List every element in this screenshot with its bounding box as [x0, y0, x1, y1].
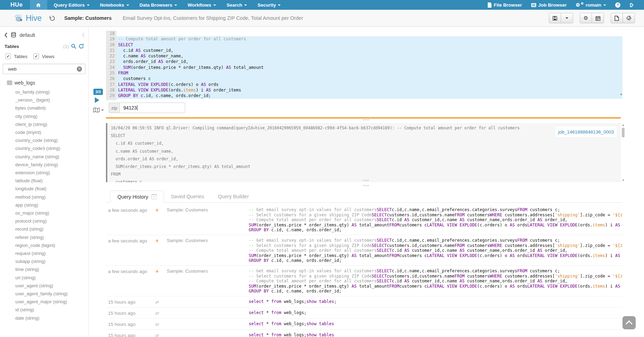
- menu-security[interactable]: Security: [252, 0, 286, 10]
- resize-grip[interactable]: [363, 180, 369, 181]
- schedule-button[interactable]: [592, 13, 604, 23]
- code-segment: total_amount: [357, 284, 389, 289]
- hive-brand[interactable]: Hive: [14, 14, 42, 23]
- column-item[interactable]: extension (string): [0, 169, 88, 177]
- log-scrollbar[interactable]: ▲ ▼: [621, 123, 625, 182]
- history-row[interactable]: 15 hours ago⇄select * from web_logs;show…: [106, 296, 622, 307]
- hue-logo[interactable]: HUe: [10, 1, 23, 8]
- tags-button[interactable]: [623, 13, 635, 23]
- column-item[interactable]: client_ip (string): [0, 120, 88, 128]
- history-row[interactable]: 15 hours ago⇄select * from web_logs;show…: [106, 330, 622, 337]
- job-link[interactable]: job_1461888648136_0003: [558, 129, 614, 135]
- history-row[interactable]: a few seconds ago✈Sample: Customers-- Ge…: [106, 266, 622, 296]
- tab-query-history[interactable]: Query History✕: [110, 191, 164, 203]
- column-item[interactable]: user_agent (string): [0, 282, 88, 290]
- code-segment: SELECT: [372, 243, 387, 248]
- menu-search[interactable]: Search: [221, 0, 252, 10]
- back-icon[interactable]: [4, 32, 8, 38]
- code-line[interactable]: FROM: [116, 70, 622, 76]
- history-row[interactable]: 15 hours ago⇄select * from web_logs;show…: [106, 319, 622, 330]
- code-line[interactable]: LATERAL VIEW EXPLODE(ords.items) i AS or…: [116, 87, 622, 93]
- column-item[interactable]: _version_ (bigint): [0, 96, 88, 104]
- tables-checkbox[interactable]: ✓: [5, 54, 11, 59]
- table-filter-input[interactable]: [7, 66, 77, 72]
- code-line[interactable]: [116, 31, 622, 36]
- clear-history-calendar-icon[interactable]: ✕: [151, 194, 157, 199]
- column-item[interactable]: os_major (string): [0, 209, 88, 217]
- resize-grip[interactable]: [363, 185, 369, 186]
- user-menu[interactable]: ⚙⚙ romain: [571, 2, 611, 8]
- code-line[interactable]: customers c: [116, 76, 622, 81]
- code-line[interactable]: SELECT: [116, 42, 622, 48]
- column-item[interactable]: city (string): [0, 112, 88, 120]
- editor-scroll-down-icon[interactable]: ▼: [620, 93, 623, 96]
- menu-data-browsers[interactable]: Data Browsers: [134, 0, 183, 10]
- logout-button[interactable]: [625, 2, 639, 8]
- menu-query-editors[interactable]: Query Editors: [49, 0, 95, 10]
- column-item[interactable]: user_agent_family (string): [0, 290, 88, 298]
- history-row[interactable]: a few seconds ago✈Sample: Customers-- Ge…: [106, 235, 622, 266]
- scrollbar-thumb[interactable]: [622, 128, 625, 137]
- column-item[interactable]: request (string): [0, 249, 88, 257]
- home-button[interactable]: [30, 0, 47, 10]
- column-item[interactable]: method (string): [0, 193, 88, 201]
- table-item-web-logs[interactable]: web_logs: [7, 80, 88, 86]
- column-item[interactable]: record (string): [0, 225, 88, 233]
- file-browser-button[interactable]: File Browser: [483, 2, 527, 8]
- views-checkbox[interactable]: ✓: [33, 54, 39, 59]
- tab-query-builder[interactable]: Query Builder: [211, 191, 256, 202]
- search-icon[interactable]: [71, 43, 76, 49]
- column-item[interactable]: url (string): [0, 274, 88, 282]
- settings-button[interactable]: ⚙: [580, 13, 592, 23]
- column-item[interactable]: latitude (float): [0, 177, 88, 185]
- history-row[interactable]: 15 hours ago⇄select * from web_logs;: [106, 307, 622, 319]
- tab-saved-queries[interactable]: Saved Queries: [164, 191, 211, 202]
- column-item[interactable]: bytes (smallint): [0, 104, 88, 112]
- collapse-sidebar-icon[interactable]: [82, 33, 85, 38]
- column-item[interactable]: country_code (string): [0, 136, 88, 144]
- column-item[interactable]: id (string): [0, 306, 88, 314]
- job-browser-button[interactable]: Job Browser: [527, 2, 571, 8]
- menu-notebooks[interactable]: Notebooks: [95, 0, 134, 10]
- code-line[interactable]: SUM(order_items.price * order_items.qty)…: [116, 65, 622, 70]
- column-item[interactable]: os_family (string): [0, 88, 88, 96]
- column-item[interactable]: user_agent_major (string): [0, 298, 88, 306]
- column-item[interactable]: region_code (bigint): [0, 241, 88, 249]
- clear-filter-icon[interactable]: ✕: [77, 66, 82, 72]
- code-line[interactable]: -- Compute total amount per order for al…: [116, 36, 622, 42]
- resize-grip[interactable]: [363, 119, 369, 120]
- column-item[interactable]: subapp (string): [0, 257, 88, 265]
- save-dropdown-button[interactable]: [561, 13, 573, 23]
- column-item[interactable]: country_name (string): [0, 153, 88, 161]
- scroll-up-icon[interactable]: ▲: [621, 123, 625, 127]
- sql-editor[interactable]: 181920212223242526272829 -- Compute tota…: [106, 31, 622, 100]
- column-item[interactable]: longitude (float): [0, 185, 88, 193]
- scroll-down-icon[interactable]: ▼: [621, 179, 625, 182]
- code-line[interactable]: LATERAL VIEW EXPLODE(c.orders) o AS ords: [116, 82, 622, 87]
- editor-code[interactable]: -- Compute total amount per order for al…: [116, 31, 622, 100]
- column-item[interactable]: device_family (string): [0, 161, 88, 169]
- history-row[interactable]: a few seconds ago✈Sample: Customers-- Ge…: [106, 204, 622, 235]
- column-item[interactable]: app (string): [0, 201, 88, 209]
- new-query-button[interactable]: [611, 13, 623, 23]
- refresh-icon[interactable]: [79, 43, 84, 49]
- help-button[interactable]: ?: [611, 2, 625, 8]
- column-item[interactable]: date (string): [0, 314, 88, 322]
- parameter-input[interactable]: 94123: [120, 103, 185, 113]
- database-name[interactable]: default: [19, 32, 35, 38]
- column-item[interactable]: protocol (string): [0, 217, 88, 225]
- query-history-icon[interactable]: [49, 15, 55, 21]
- save-button[interactable]: [549, 13, 561, 23]
- column-item[interactable]: country_code3 (string): [0, 144, 88, 152]
- explain-dropdown-button[interactable]: [93, 107, 104, 113]
- execute-button[interactable]: [95, 97, 99, 103]
- scroll-to-top-button[interactable]: [622, 316, 636, 329]
- code-line[interactable]: GROUP BY c.id, c.name, ords.order_id;: [116, 93, 622, 98]
- code-line[interactable]: ords.order_id AS order_id,: [116, 59, 622, 64]
- menu-workflows[interactable]: Workflows: [182, 0, 221, 10]
- code-line[interactable]: c.id AS customer_id,: [116, 48, 622, 53]
- column-item[interactable]: code (tinyint): [0, 128, 88, 136]
- column-item[interactable]: referer (string): [0, 233, 88, 241]
- code-line[interactable]: c.name AS customer_name,: [116, 53, 622, 59]
- column-item[interactable]: time (string): [0, 265, 88, 273]
